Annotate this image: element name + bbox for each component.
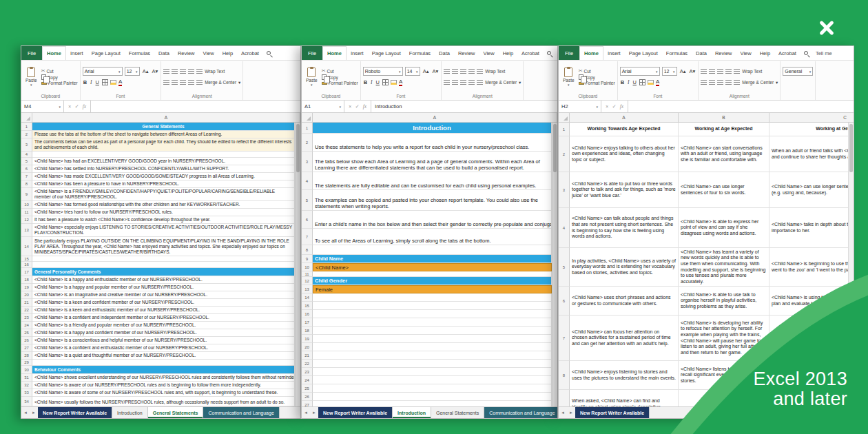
- sheet-tab-communication-and-language[interactable]: Communication and Language: [203, 407, 279, 418]
- bold-button[interactable]: B: [620, 79, 625, 85]
- cell[interactable]: <Child Name> can use longer sentences to…: [769, 172, 848, 208]
- cell[interactable]: [32, 256, 295, 262]
- row-header[interactable]: 8: [559, 361, 570, 390]
- ribbon-tab-formulas[interactable]: Formulas: [125, 46, 154, 60]
- merge-dropdown-icon[interactable]: ▾: [776, 80, 778, 85]
- align-middle-icon[interactable]: [172, 69, 178, 74]
- row-header[interactable]: 27: [302, 401, 313, 406]
- font-color-icon[interactable]: A: [399, 79, 402, 86]
- row-header[interactable]: 15: [302, 302, 313, 310]
- font-size-select[interactable]: 14▾: [405, 67, 420, 76]
- ribbon-tab-home[interactable]: Home: [579, 46, 603, 60]
- align-bottom-icon[interactable]: [460, 69, 466, 74]
- row-header[interactable]: 1: [559, 123, 570, 136]
- font-name-select[interactable]: Arial▾: [83, 67, 123, 76]
- align-bottom-icon[interactable]: [180, 69, 186, 74]
- row-header[interactable]: 8: [302, 245, 313, 255]
- row-header[interactable]: 10: [21, 201, 32, 209]
- grow-font-button[interactable]: A▴: [142, 68, 149, 74]
- cell[interactable]: [313, 271, 552, 277]
- cell[interactable]: [313, 376, 552, 384]
- row-header[interactable]: 19: [21, 284, 32, 291]
- underline-button[interactable]: U: [375, 79, 380, 85]
- row-header[interactable]: 32: [21, 382, 32, 389]
- row-header[interactable]: 3: [559, 172, 570, 208]
- ribbon-tab-help[interactable]: Help: [218, 46, 237, 60]
- cut-button[interactable]: ✂ Cut: [579, 68, 615, 74]
- copy-button[interactable]: Copy: [41, 74, 78, 80]
- tell-me-search-icon[interactable]: [544, 46, 555, 60]
- row-header[interactable]: 19: [302, 335, 313, 343]
- cell[interactable]: [313, 335, 552, 343]
- select-all-corner[interactable]: [302, 113, 313, 122]
- row-header[interactable]: 25: [21, 329, 32, 337]
- ribbon-tab-view[interactable]: View: [736, 46, 756, 60]
- cell[interactable]: [313, 401, 552, 406]
- font-name-select[interactable]: Arial▾: [620, 67, 660, 76]
- ribbon-tab-acrobat[interactable]: Acrobat: [774, 46, 800, 60]
- ribbon-tab-insert[interactable]: Insert: [347, 46, 368, 60]
- ribbon-tab-home[interactable]: Home: [322, 46, 347, 60]
- row-header[interactable]: 12: [21, 216, 32, 224]
- cell[interactable]: <Child Name> especially enjoys LISTENING…: [32, 224, 295, 237]
- cell[interactable]: <Child Name> is a happy and enthusiastic…: [32, 276, 295, 284]
- align-right-icon[interactable]: [460, 80, 466, 85]
- bold-button[interactable]: B: [363, 79, 368, 85]
- paste-button[interactable]: Paste ▾: [561, 67, 577, 87]
- cancel-icon[interactable]: ×: [68, 103, 71, 110]
- merge-dropdown-icon[interactable]: ▾: [238, 80, 240, 85]
- row-header[interactable]: 12: [302, 277, 313, 285]
- cell[interactable]: <Child Name> is developing her ability t…: [679, 316, 769, 361]
- ribbon-tab-page-layout[interactable]: Page Layout: [368, 46, 405, 60]
- paste-dropdown-icon[interactable]: ▾: [311, 83, 313, 87]
- cell[interactable]: <Child Name> is aware of some of our NUR…: [32, 389, 295, 397]
- number-format-select[interactable]: General▾: [783, 67, 813, 76]
- cell[interactable]: [313, 368, 552, 376]
- cell[interactable]: [313, 245, 552, 255]
- sheet-nav-left-icon[interactable]: ◄: [302, 407, 310, 418]
- cell[interactable]: <Child Name> shows excellent understandi…: [32, 374, 295, 382]
- column-header-b[interactable]: B: [679, 113, 769, 122]
- wrap-text-icon[interactable]: [196, 69, 203, 74]
- paste-dropdown-icon[interactable]: ▾: [568, 83, 570, 87]
- align-bottom-icon[interactable]: [717, 69, 723, 74]
- shrink-font-button[interactable]: A▾: [431, 68, 439, 74]
- italic-button[interactable]: I: [627, 79, 630, 85]
- sheet-nav-left-icon[interactable]: ◄: [21, 407, 30, 418]
- cell[interactable]: [313, 393, 552, 401]
- sheet-nav-left-icon[interactable]: ◄: [559, 407, 567, 418]
- align-left-icon[interactable]: [701, 80, 707, 85]
- cell[interactable]: When asked, <Child Name> can find and id…: [570, 390, 679, 406]
- cell[interactable]: She particularly enjoys PLAYING OUTSIDE …: [32, 237, 295, 256]
- ribbon-tab-file[interactable]: File: [21, 46, 42, 60]
- align-center-icon[interactable]: [452, 80, 458, 85]
- cell[interactable]: Working at Greater Depth: [769, 123, 848, 136]
- cell[interactable]: Working Towards Age Expected: [570, 123, 679, 136]
- name-box[interactable]: A1 ▾: [302, 101, 344, 112]
- cell[interactable]: [313, 384, 552, 393]
- sheet-nav-right-icon[interactable]: ►: [30, 407, 38, 418]
- cell[interactable]: <Child Name> has learnt a variety of new…: [679, 248, 769, 287]
- ribbon-tab-data[interactable]: Data: [435, 46, 454, 60]
- row-header[interactable]: 25: [302, 384, 313, 393]
- row-header[interactable]: 7: [559, 316, 570, 361]
- row-header[interactable]: 23: [302, 368, 313, 376]
- cell[interactable]: <Child Name> is a friendly and popular m…: [32, 322, 295, 329]
- row-header[interactable]: 3: [302, 152, 313, 172]
- cell[interactable]: <Child Name> is a confident and independ…: [32, 314, 295, 322]
- row-header[interactable]: 11: [21, 209, 32, 216]
- row-header[interactable]: 3: [21, 138, 32, 152]
- increase-indent-icon[interactable]: [477, 80, 483, 85]
- fill-color-icon[interactable]: [648, 80, 654, 85]
- insert-function-icon[interactable]: fx: [83, 103, 86, 110]
- formula-bar[interactable]: [628, 101, 854, 112]
- sheet-nav-right-icon[interactable]: ►: [310, 407, 318, 418]
- increase-indent-icon[interactable]: [734, 80, 740, 85]
- row-header[interactable]: 14: [302, 293, 313, 302]
- ribbon-tab-help[interactable]: Help: [756, 46, 774, 60]
- row-header[interactable]: 15: [21, 256, 32, 262]
- align-middle-icon[interactable]: [452, 69, 458, 74]
- paste-button[interactable]: Paste ▾: [23, 67, 39, 87]
- cell[interactable]: [313, 310, 552, 318]
- cancel-icon[interactable]: ×: [349, 103, 351, 110]
